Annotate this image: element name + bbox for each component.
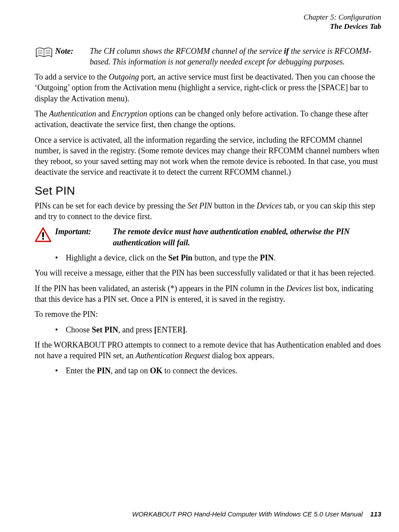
- note-text: The CH column shows the RFCOMM channel o…: [90, 46, 381, 68]
- warning-icon: [35, 227, 53, 245]
- note-block: Note: The CH column shows the RFCOMM cha…: [35, 46, 381, 68]
- bullet-list: Enter the PIN, and tap on OK to connect …: [35, 365, 381, 376]
- list-item: Highlight a device, click on the Set Pin…: [55, 252, 381, 263]
- paragraph: The Authentication and Encryption option…: [35, 108, 381, 130]
- paragraph: Once a service is activated, all the inf…: [35, 135, 381, 178]
- paragraph: If the WORKABOUT PRO attempts to connect…: [35, 340, 381, 361]
- page-number: 113: [370, 510, 381, 518]
- page-footer: WORKABOUT PRO Hand-Held Computer With Wi…: [35, 510, 381, 519]
- section-heading-set-pin: Set PIN: [35, 183, 381, 199]
- chapter-label: Chapter 5: Configuration: [35, 12, 381, 22]
- paragraph: If the PIN has been validated, an asteri…: [35, 283, 381, 305]
- page-header: Chapter 5: Configuration The Devices Tab: [35, 12, 381, 32]
- paragraph: PINs can be set for each device by press…: [35, 200, 381, 222]
- important-label: Important:: [55, 226, 113, 237]
- list-item: Enter the PIN, and tap on OK to connect …: [55, 365, 381, 376]
- paragraph: You will receive a message, either that …: [35, 268, 381, 278]
- paragraph: To add a service to the Outgoing port, a…: [35, 72, 381, 104]
- important-text: The remote device must have authenticati…: [113, 226, 381, 248]
- note-label: Note:: [55, 46, 90, 56]
- bullet-list: Choose Set PIN, and press [ENTER].: [35, 324, 381, 335]
- list-item: Choose Set PIN, and press [ENTER].: [55, 324, 381, 335]
- paragraph: To remove the PIN:: [35, 309, 381, 320]
- book-icon: [35, 47, 53, 62]
- section-label: The Devices Tab: [35, 22, 381, 31]
- footer-title: WORKABOUT PRO Hand-Held Computer With Wi…: [132, 510, 363, 518]
- svg-rect-0: [42, 232, 44, 237]
- bullet-list: Highlight a device, click on the Set Pin…: [35, 252, 381, 263]
- svg-point-1: [42, 238, 44, 240]
- important-block: Important: The remote device must have a…: [35, 226, 381, 248]
